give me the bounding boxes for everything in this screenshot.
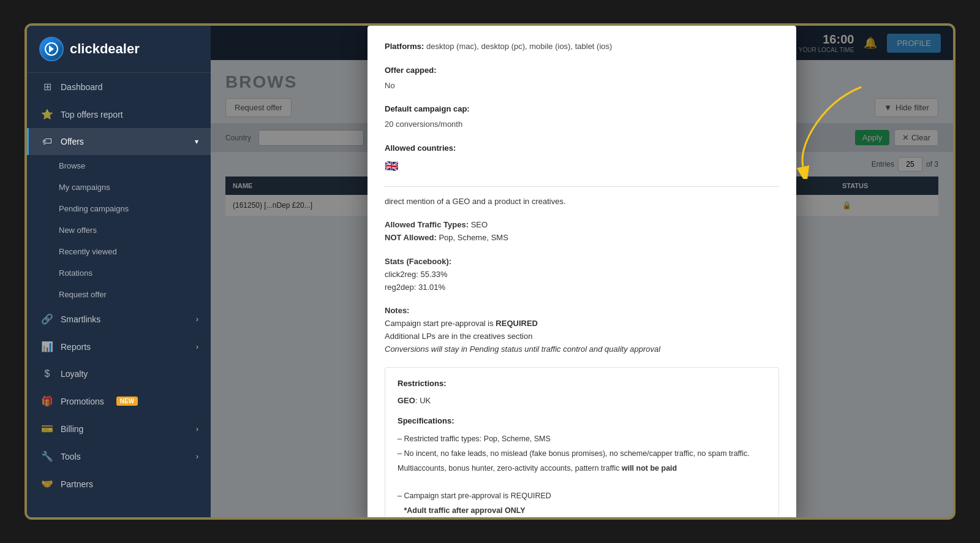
dashboard-icon: ⊞ — [41, 81, 53, 93]
sidebar-item-smartlinks-label: Smartlinks — [61, 314, 100, 324]
sidebar-item-promotions-label: Promotions — [61, 397, 104, 406]
spec2: – No incent, no fake leads, no mislead (… — [398, 447, 766, 460]
allowed-countries-flag: 🇬🇧 — [385, 158, 779, 175]
note3: Conversions will stay in Pending status … — [385, 343, 779, 356]
sidebar-item-partners[interactable]: 🤝 Partners — [27, 470, 211, 498]
sidebar-item-top-offers-label: Top offers report — [61, 110, 123, 120]
partners-icon: 🤝 — [41, 478, 53, 490]
spec1: – Restricted traffic types: Pop, Scheme,… — [398, 433, 766, 445]
sidebar-item-reports-label: Reports — [61, 342, 91, 352]
sidebar-item-smartlinks[interactable]: 🔗 Smartlinks › — [27, 305, 211, 333]
campaign-cap-value: 20 conversions/month — [385, 118, 779, 131]
spec5: *Adult traffic after approval ONLY — [398, 504, 766, 517]
star-icon: ⭐ — [41, 108, 53, 120]
modal-intro-text: direct mention of a GEO and a product in… — [385, 196, 779, 208]
sidebar-item-loyalty-label: Loyalty — [61, 369, 88, 379]
sidebar: clickdealer ⊞ Dashboard ⭐ Top offers rep… — [27, 26, 211, 517]
sidebar-item-billing-label: Billing — [61, 424, 83, 434]
subnav-request-offer[interactable]: Request offer — [27, 284, 211, 305]
intro-text: direct mention of a GEO and a product in… — [385, 197, 566, 206]
offers-chevron-icon: ▾ — [195, 137, 198, 146]
loyalty-icon: $ — [41, 368, 53, 379]
restrictions-box: Restrictions: GEO: UK Specifications: – … — [385, 367, 779, 520]
subnav-pending-campaigns-label: Pending campaigns — [59, 204, 129, 213]
promotions-icon: 🎁 — [41, 395, 53, 407]
allowed-traffic-label: Allowed Traffic Types: — [385, 220, 469, 229]
tools-chevron-icon: › — [196, 452, 198, 461]
subnav-recently-viewed[interactable]: Recently viewed — [27, 241, 211, 262]
modal-overlay: Platforms: desktop (mac), desktop (pc), … — [211, 26, 953, 517]
sidebar-item-tools-label: Tools — [61, 452, 81, 461]
spec4: – Campaign start pre-approval is REQUIRE… — [398, 490, 766, 502]
campaign-cap-label: Default campaign cap: — [385, 103, 779, 116]
subnav-recently-viewed-label: Recently viewed — [59, 247, 117, 256]
subnav-pending-campaigns[interactable]: Pending campaigns — [27, 198, 211, 219]
tools-icon: 🔧 — [41, 450, 53, 462]
note1: Campaign start pre-approval is REQUIRED — [385, 317, 779, 330]
sidebar-item-offers[interactable]: 🏷 Offers ▾ — [27, 128, 211, 155]
spec3: Multiaccounts, bonus hunter, zero-activi… — [398, 462, 766, 474]
modal-stats-section: Stats (Facebook): click2reg: 55.33% reg2… — [385, 256, 779, 294]
geo-value: UK — [420, 396, 431, 405]
smartlinks-chevron-icon: › — [196, 315, 198, 324]
notes-label: Notes: — [385, 305, 779, 317]
billing-icon: 💳 — [41, 423, 53, 435]
sidebar-item-dashboard-label: Dashboard — [61, 82, 103, 92]
not-allowed-label: NOT Allowed: — [385, 233, 437, 242]
click2reg: click2reg: 55.33% — [385, 268, 779, 281]
sidebar-item-dashboard[interactable]: ⊞ Dashboard — [27, 73, 211, 101]
subnav-my-campaigns[interactable]: My campaigns — [27, 177, 211, 198]
subnav-rotations[interactable]: Rotations — [27, 262, 211, 284]
allowed-countries-label: Allowed countries: — [385, 142, 779, 155]
restrictions-geo: GEO: UK — [398, 395, 766, 408]
modal-notes-section: Notes: Campaign start pre-approval is RE… — [385, 305, 779, 355]
subnav-browse-label: Browse — [59, 161, 85, 170]
sidebar-item-tools[interactable]: 🔧 Tools › — [27, 442, 211, 470]
sidebar-item-reports[interactable]: 📊 Reports › — [27, 333, 211, 360]
platforms-value: desktop (mac), desktop (pc), mobile (ios… — [426, 42, 612, 51]
logo-text: clickdealer — [70, 41, 140, 57]
main-content: 16:00 YOUR LOCAL TIME 🔔 PROFILE BROWS Re… — [211, 26, 953, 517]
new-badge: NEW — [116, 397, 138, 406]
modal-platforms-section: Platforms: desktop (mac), desktop (pc), … — [385, 40, 779, 53]
modal-allowed-countries-section: Allowed countries: 🇬🇧 — [385, 142, 779, 175]
stats-label: Stats (Facebook): — [385, 256, 779, 268]
reports-chevron-icon: › — [196, 343, 198, 351]
sidebar-item-billing[interactable]: 💳 Billing › — [27, 415, 211, 442]
logo-icon — [39, 37, 64, 61]
allowed-traffic-value: SEO — [471, 220, 488, 229]
link-icon: 🔗 — [41, 313, 53, 325]
platforms-label: Platforms: — [385, 42, 424, 51]
note2: Additional LPs are in the creatives sect… — [385, 330, 779, 343]
tag-icon: 🏷 — [41, 136, 53, 147]
subnav-request-offer-label: Request offer — [59, 290, 107, 299]
offer-capped-value: No — [385, 80, 779, 93]
logo-area: clickdealer — [27, 26, 211, 73]
sidebar-item-promotions[interactable]: 🎁 Promotions NEW — [27, 387, 211, 415]
subnav-my-campaigns-label: My campaigns — [59, 183, 110, 192]
subnav-new-offers-label: New offers — [59, 226, 97, 235]
billing-chevron-icon: › — [196, 425, 198, 433]
reg2dep: reg2dep: 31.01% — [385, 281, 779, 294]
modal-traffic-section: Allowed Traffic Types: SEO NOT Allowed: … — [385, 219, 779, 245]
geo-label: GEO — [398, 396, 415, 405]
subnav-rotations-label: Rotations — [59, 268, 92, 278]
modal-offer-capped-section: Offer capped: No — [385, 64, 779, 93]
subnav-browse[interactable]: Browse — [27, 155, 211, 177]
apply-offer-modal: Platforms: desktop (mac), desktop (pc), … — [368, 26, 796, 520]
modal-body: Platforms: desktop (mac), desktop (pc), … — [368, 26, 796, 520]
sidebar-item-top-offers[interactable]: ⭐ Top offers report — [27, 101, 211, 128]
sidebar-item-partners-label: Partners — [61, 479, 93, 489]
sidebar-item-offers-label: Offers — [61, 137, 84, 146]
not-allowed-value: Pop, Scheme, SMS — [439, 233, 508, 242]
spec6: – Leads will be in Pending status until … — [398, 519, 766, 520]
subnav-new-offers[interactable]: New offers — [27, 219, 211, 241]
specifications-label: Specifications: — [398, 415, 766, 428]
reports-icon: 📊 — [41, 341, 53, 352]
restrictions-label: Restrictions: — [398, 378, 766, 390]
offer-capped-label: Offer capped: — [385, 64, 779, 77]
modal-campaign-cap-section: Default campaign cap: 20 conversions/mon… — [385, 103, 779, 131]
sidebar-item-loyalty[interactable]: $ Loyalty — [27, 360, 211, 387]
